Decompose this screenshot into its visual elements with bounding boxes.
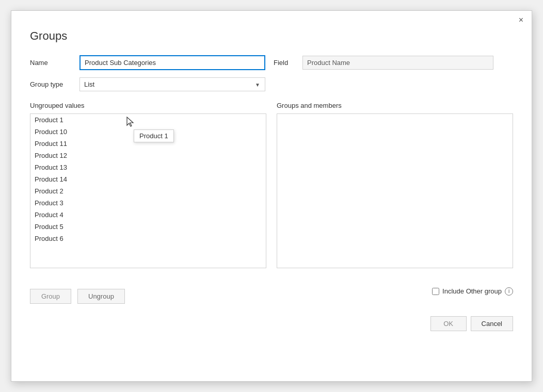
groups-members-panel: Groups and members	[277, 102, 513, 268]
groups-dialog: × Groups Name Field Product Name Group t…	[11, 10, 532, 382]
name-label: Name	[30, 59, 71, 67]
ok-button[interactable]: OK	[430, 316, 467, 331]
list-item[interactable]: Product 6	[30, 233, 266, 244]
include-other-group-area: Include Other group i	[432, 287, 513, 296]
field-label: Field	[274, 59, 294, 67]
list-item[interactable]: Product 5	[30, 221, 266, 233]
dialog-title: Groups	[30, 29, 513, 43]
action-buttons: Group Ungroup	[30, 289, 125, 304]
ungrouped-panel: Ungrouped values Product 1 Product 10 Pr…	[30, 102, 266, 268]
panels-area: Ungrouped values Product 1 Product 10 Pr…	[30, 102, 513, 268]
info-icon: i	[505, 287, 513, 296]
ok-cancel-row: OK Cancel	[30, 316, 513, 331]
list-item[interactable]: Product 10	[30, 126, 266, 138]
list-item[interactable]: Product 13	[30, 161, 266, 173]
group-type-label: Group type	[30, 80, 71, 88]
list-item[interactable]: Product 2	[30, 185, 266, 197]
name-row: Name Field Product Name	[30, 55, 513, 70]
list-item[interactable]: Product 14	[30, 173, 266, 185]
dialog-body: Groups Name Field Product Name Group typ…	[11, 25, 532, 350]
ok-cancel-buttons: OK Cancel	[430, 316, 513, 331]
titlebar: ×	[11, 11, 532, 25]
group-type-select-wrapper: List Bin	[79, 77, 265, 91]
groups-members-list[interactable]	[277, 113, 513, 268]
list-item[interactable]: Product 11	[30, 138, 266, 150]
groups-members-title: Groups and members	[277, 102, 513, 109]
list-item[interactable]: Product 12	[30, 150, 266, 161]
list-item[interactable]: Product 3	[30, 197, 266, 209]
include-other-group-checkbox[interactable]	[432, 288, 439, 295]
ungrouped-list[interactable]: Product 1 Product 10 Product 11 Product …	[30, 113, 266, 268]
include-other-group-label: Include Other group	[442, 287, 502, 295]
list-item[interactable]: Product 1	[30, 114, 266, 126]
bottom-row: Group Ungroup Include Other group i	[30, 279, 513, 304]
list-item[interactable]: Product 4	[30, 209, 266, 221]
cancel-button[interactable]: Cancel	[471, 316, 513, 331]
ungrouped-title: Ungrouped values	[30, 102, 266, 109]
ungroup-button[interactable]: Ungroup	[77, 289, 125, 304]
group-button[interactable]: Group	[30, 289, 71, 304]
close-button[interactable]: ×	[517, 15, 525, 25]
group-type-select[interactable]: List Bin	[79, 77, 265, 91]
group-type-row: Group type List Bin	[30, 77, 513, 91]
field-value: Product Name	[302, 56, 493, 70]
name-input[interactable]	[79, 55, 265, 70]
